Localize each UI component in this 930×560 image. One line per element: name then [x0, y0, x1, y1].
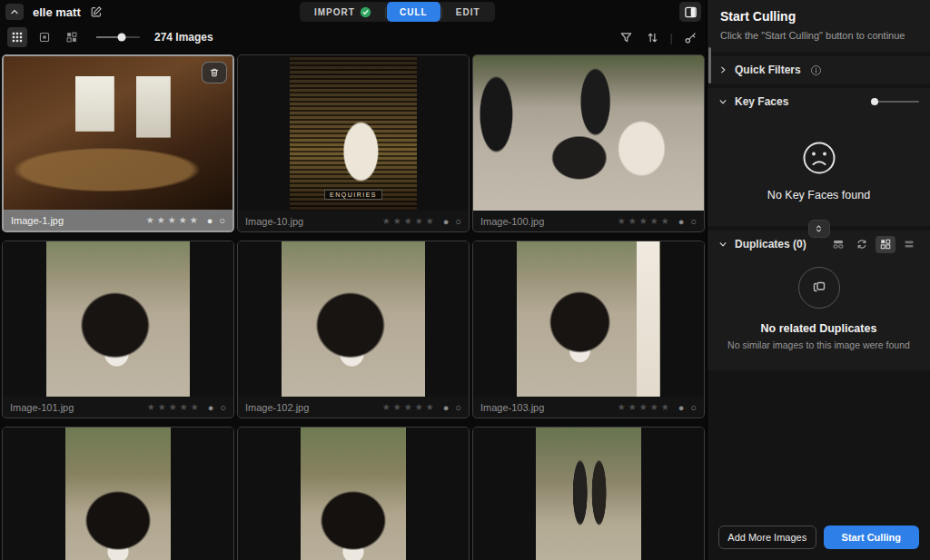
- photo-image: [517, 241, 659, 397]
- app-window: elle matt IMPORT | CUL: [0, 0, 930, 560]
- filter-button[interactable]: [618, 29, 635, 46]
- image-tile[interactable]: ENQUIRIES Image-10.jpg ★★★★★ ● ○: [237, 54, 470, 232]
- thumbnail-size-slider[interactable]: [96, 36, 140, 38]
- panel-spacer: [707, 370, 930, 516]
- color-flag-filled-icon[interactable]: ●: [207, 215, 213, 226]
- tab-import[interactable]: IMPORT: [302, 2, 384, 22]
- star-rating[interactable]: ★★★★★: [618, 216, 672, 226]
- duplicates-refresh-button[interactable]: [852, 236, 872, 253]
- color-flag-empty-icon[interactable]: ○: [690, 402, 697, 413]
- photo-thumbnail: [3, 241, 233, 397]
- main-area: elle matt IMPORT | CUL: [0, 0, 707, 560]
- photo-thumbnail: [238, 427, 469, 560]
- image-grid: Image-1.jpg ★★★★★ ● ○ ENQUIRIES Image-10…: [0, 51, 707, 560]
- panel-scrollbar[interactable]: [708, 47, 711, 84]
- key-faces-slider-knob[interactable]: [871, 98, 878, 105]
- duplicates-empty-title: No related Duplicates: [761, 322, 877, 335]
- color-flag-filled-icon[interactable]: ●: [208, 402, 214, 413]
- funnel-icon: [619, 31, 633, 44]
- image-tile[interactable]: Image-101.jpg ★★★★★ ● ○: [2, 241, 234, 418]
- trash-icon: [209, 67, 220, 78]
- image-rating: ★★★★★ ● ○: [618, 216, 697, 227]
- check-circle-icon: [360, 6, 371, 18]
- star-rating[interactable]: ★★★★★: [146, 215, 201, 225]
- grid-view-small-icon: [879, 238, 892, 251]
- color-flag-empty-icon[interactable]: ○: [455, 402, 461, 413]
- key-faces-header[interactable]: Key Faces: [707, 88, 930, 115]
- chevron-right-icon: [718, 65, 727, 74]
- duplicates-grid-view-button[interactable]: [876, 236, 895, 253]
- compare-view-button[interactable]: [62, 27, 82, 47]
- compare-view-icon: [65, 31, 78, 44]
- duplicates-view-options: [828, 236, 919, 253]
- color-flag-empty-icon[interactable]: ○: [455, 216, 461, 227]
- photo-image: [536, 427, 642, 560]
- key-faces-section: Key Faces No Key Faces found: [707, 88, 930, 226]
- collapse-project-button[interactable]: [5, 4, 24, 20]
- star-rating[interactable]: ★★★★★: [618, 402, 672, 412]
- chevron-down-icon: [718, 97, 727, 106]
- star-rating[interactable]: ★★★★★: [382, 216, 437, 226]
- color-flag-filled-icon[interactable]: ●: [678, 216, 685, 227]
- key-icon: [684, 31, 698, 44]
- image-filename: Image-10.jpg: [245, 216, 303, 227]
- image-rating: ★★★★★ ● ○: [618, 402, 697, 413]
- tab-cull[interactable]: CULL: [387, 2, 440, 22]
- image-tile[interactable]: Image-103.jpg ★★★★★ ● ○: [472, 241, 705, 418]
- duplicates-empty-subtitle: No similar images to this image were fou…: [727, 339, 910, 350]
- tab-edit[interactable]: EDIT: [443, 2, 493, 22]
- edit-project-name-button[interactable]: [88, 4, 104, 20]
- toggle-right-panel-button[interactable]: [679, 2, 701, 22]
- keyboard-shortcuts-button[interactable]: [682, 29, 699, 46]
- panel-resize-handle[interactable]: [808, 220, 830, 238]
- duplicates-empty-state: No related Duplicates No similar images …: [707, 258, 930, 370]
- photo-thumbnail: [473, 55, 704, 211]
- star-rating[interactable]: ★★★★★: [147, 402, 202, 412]
- sort-button[interactable]: [644, 29, 661, 46]
- tile-footer: Image-1.jpg ★★★★★ ● ○: [4, 210, 232, 231]
- color-flag-filled-icon[interactable]: ●: [443, 216, 450, 227]
- image-tile[interactable]: ★★★★★ ● ○: [2, 427, 234, 560]
- color-flag-filled-icon[interactable]: ●: [443, 402, 450, 413]
- image-tile[interactable]: Image-1.jpg ★★★★★ ● ○: [2, 54, 234, 232]
- single-view-button[interactable]: [35, 27, 54, 47]
- star-rating[interactable]: ★★★★★: [382, 402, 437, 412]
- color-flag-empty-icon[interactable]: ○: [219, 215, 225, 226]
- image-filename: Image-103.jpg: [480, 402, 544, 413]
- key-faces-label: Key Faces: [735, 95, 788, 108]
- image-tile[interactable]: Image-100.jpg ★★★★★ ● ○: [472, 54, 705, 232]
- image-tile[interactable]: ★★★★★ ● ○: [237, 427, 470, 560]
- quick-filters-header[interactable]: Quick Filters: [707, 56, 930, 84]
- delete-image-button[interactable]: [202, 62, 227, 84]
- photo-sign-text: ENQUIRIES: [324, 190, 382, 200]
- image-tile[interactable]: ★★★★★ ● ○: [472, 427, 705, 560]
- tab-edit-label: EDIT: [456, 7, 480, 17]
- color-flag-filled-icon[interactable]: ●: [678, 402, 685, 413]
- info-icon: [810, 64, 822, 76]
- photo-image: [46, 241, 189, 397]
- photo-image: [301, 427, 407, 560]
- quick-filters-info-button[interactable]: [808, 63, 824, 78]
- photo-thumbnail: [3, 427, 233, 560]
- duplicates-section: Duplicates (0): [707, 231, 930, 370]
- duplicates-label: Duplicates (0): [735, 238, 806, 251]
- photo-thumbnail: [4, 56, 232, 210]
- image-tile[interactable]: Image-102.jpg ★★★★★ ● ○: [237, 241, 470, 418]
- key-faces-empty-state: No Key Faces found: [707, 115, 930, 226]
- image-filename: Image-1.jpg: [11, 215, 64, 226]
- add-more-images-button[interactable]: Add More Images: [718, 526, 816, 549]
- start-culling-button[interactable]: Start Culling: [824, 526, 920, 549]
- key-faces-threshold-slider[interactable]: [872, 101, 919, 103]
- grid-view-button[interactable]: [7, 27, 27, 47]
- color-flag-empty-icon[interactable]: ○: [220, 402, 226, 413]
- edit-pencil-icon: [90, 5, 103, 18]
- color-flag-empty-icon[interactable]: ○: [690, 216, 697, 227]
- slider-knob[interactable]: [117, 34, 125, 42]
- panel-subtitle: Click the "Start Culling" button to cont…: [720, 30, 917, 41]
- key-faces-empty-text: No Key Faces found: [767, 189, 870, 201]
- duplicates-icon-circle: [798, 267, 840, 309]
- project-name: elle matt: [33, 5, 81, 19]
- duplicates-layout-view-button[interactable]: [828, 236, 848, 253]
- duplicates-stack-view-button[interactable]: [899, 236, 919, 253]
- stack-view-icon: [903, 238, 915, 251]
